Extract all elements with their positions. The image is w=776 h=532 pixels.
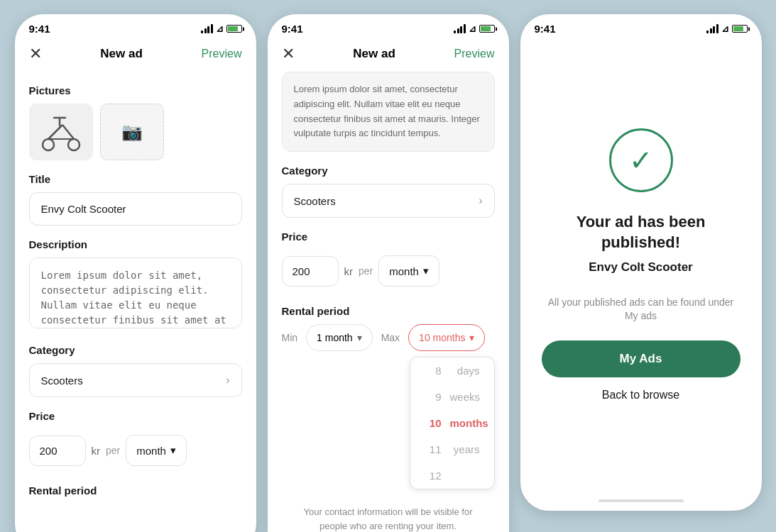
- nav-title-1: New ad: [100, 47, 143, 61]
- category-label-2: Category: [282, 165, 495, 177]
- chevron-right-icon-1: ›: [226, 374, 229, 387]
- rental-min-value: 1 month: [317, 332, 353, 343]
- price-input-2[interactable]: [282, 256, 339, 287]
- preview-button-1[interactable]: Preview: [202, 48, 242, 60]
- battery-icon-2: [479, 25, 495, 33]
- description-label: Description: [29, 238, 242, 250]
- picker-item-days[interactable]: 8 days: [410, 358, 494, 384]
- category-select-1[interactable]: Scooters ›: [29, 363, 242, 397]
- period-value-1: month: [136, 445, 166, 457]
- rental-max-dropdown[interactable]: 10 months ▾: [408, 324, 485, 351]
- add-photo-button[interactable]: 📷: [100, 104, 164, 160]
- picker-unit-months: months: [450, 417, 488, 429]
- published-item: Envy Colt Scooter: [589, 260, 692, 275]
- rental-min-label: Min: [282, 332, 298, 343]
- picker-item-weeks[interactable]: 9 weeks: [410, 384, 494, 410]
- pictures-label: Pictures: [29, 84, 242, 96]
- rental-max-label: Max: [381, 332, 400, 343]
- picker-item-months[interactable]: 10 months: [410, 410, 494, 436]
- signal-icon: [201, 24, 213, 33]
- camera-icon: 📷: [121, 122, 143, 142]
- description-preview-text: Lorem ipsum dolor sit amet, consectetur …: [294, 84, 480, 138]
- status-bar-1: 9:41 ⊿: [15, 14, 256, 39]
- svg-line-2: [48, 125, 62, 139]
- my-ads-button[interactable]: My Ads: [542, 340, 741, 377]
- picker-dropdown: 8 days 9 weeks 10 months 11 years 12: [410, 357, 495, 489]
- screen1: 9:41 ⊿ ✕ New ad Preview Pictures: [15, 14, 256, 532]
- checkmark-icon: ✓: [629, 146, 653, 174]
- chevron-down-icon-1: ▾: [170, 444, 176, 457]
- category-value-2: Scooters: [294, 195, 336, 207]
- chevron-down-min: ▾: [357, 332, 362, 343]
- top-nav-1: ✕ New ad Preview: [15, 39, 256, 72]
- chevron-right-icon-2: ›: [479, 194, 482, 207]
- title-label: Title: [29, 173, 242, 185]
- status-icons-3: ⊿: [706, 23, 748, 34]
- time-1: 9:41: [29, 23, 50, 35]
- category-select-2[interactable]: Scooters ›: [282, 184, 495, 218]
- screen1-content: Pictures 📷 Title: [15, 72, 256, 532]
- period-value-2: month: [389, 265, 419, 277]
- category-value-1: Scooters: [41, 375, 83, 387]
- price-label-1: Price: [29, 410, 242, 422]
- chevron-down-icon-2: ▾: [423, 265, 429, 277]
- price-unit-2: kr: [344, 265, 354, 277]
- pictures-row: 📷: [29, 104, 242, 160]
- rental-max-value: 10 months: [419, 332, 465, 343]
- picker-item-years[interactable]: 11 years: [410, 436, 494, 462]
- picker-num-8: 8: [425, 365, 442, 377]
- status-bar-3: 9:41 ⊿: [520, 14, 762, 39]
- time-2: 9:41: [282, 23, 303, 35]
- status-icons-2: ⊿: [454, 23, 495, 34]
- description-preview: Lorem ipsum dolor sit amet, consectetur …: [282, 72, 495, 152]
- wifi-icon-3: ⊿: [721, 23, 729, 34]
- top-nav-2: ✕ New ad Preview: [268, 39, 509, 72]
- preview-button-2[interactable]: Preview: [454, 48, 495, 60]
- published-title: Your ad has been published!: [542, 212, 741, 253]
- picker-num-9: 9: [425, 391, 442, 403]
- status-bar-2: 9:41 ⊿: [268, 14, 509, 39]
- picker-unit-years: years: [454, 443, 480, 455]
- battery-icon-3: [732, 25, 748, 33]
- picker-unit-weeks: weeks: [450, 391, 481, 403]
- picker-num-12: 12: [425, 470, 442, 482]
- picker-unit-days: days: [457, 365, 480, 377]
- rental-label-2: Rental period: [282, 305, 495, 317]
- back-to-browse-button[interactable]: Back to browse: [602, 389, 679, 401]
- price-row-1: kr per month ▾: [29, 429, 242, 472]
- battery-icon: [226, 25, 242, 33]
- screen2-content: Lorem ipsum dolor sit amet, consectetur …: [268, 72, 509, 532]
- period-select-1[interactable]: month ▾: [126, 435, 187, 466]
- contact-info-text: Your contact information will be visible…: [282, 498, 495, 532]
- close-button-1[interactable]: ✕: [29, 45, 42, 63]
- description-input[interactable]: Lorem ipsum dolor sit amet, consectetur …: [29, 257, 242, 328]
- chevron-down-max: ▾: [469, 332, 474, 343]
- rental-min-dropdown[interactable]: 1 month ▾: [306, 324, 373, 351]
- screen2: 9:41 ⊿ ✕ New ad Preview L: [268, 14, 509, 532]
- price-per-2: per: [359, 265, 373, 277]
- picker-item-12[interactable]: 12: [410, 462, 494, 489]
- title-input[interactable]: Envy Colt Scooter: [29, 192, 242, 226]
- svg-line-3: [62, 125, 74, 139]
- time-3: 9:41: [535, 23, 556, 35]
- rental-label-1: Rental period: [29, 484, 242, 497]
- svg-point-1: [68, 139, 80, 150]
- bottom-bar-3: [599, 499, 684, 502]
- nav-title-2: New ad: [353, 47, 395, 61]
- period-select-2[interactable]: month ▾: [378, 255, 439, 287]
- wifi-icon-2: ⊿: [469, 23, 476, 34]
- price-per-1: per: [106, 445, 120, 456]
- published-sub: All your published ads can be found unde…: [542, 296, 741, 323]
- signal-icon-2: [454, 24, 466, 33]
- price-input-1[interactable]: [29, 436, 86, 466]
- signal-icon-3: [706, 24, 718, 33]
- screen3: 9:41 ⊿ ✓ Your ad has been published! Env…: [520, 14, 762, 511]
- svg-point-0: [43, 139, 54, 150]
- price-unit-1: kr: [92, 445, 101, 457]
- status-icons-1: ⊿: [201, 23, 242, 34]
- picker-num-10: 10: [425, 417, 442, 429]
- wifi-icon: ⊿: [216, 23, 224, 34]
- screen3-content: ✓ Your ad has been published! Envy Colt …: [520, 39, 762, 491]
- close-button-2[interactable]: ✕: [282, 45, 295, 63]
- category-label-1: Category: [29, 344, 242, 356]
